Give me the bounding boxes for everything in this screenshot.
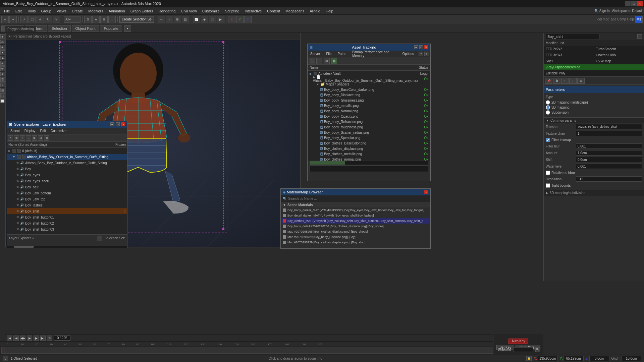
- menu-graph-editors[interactable]: Graph Editors: [128, 8, 156, 14]
- lock-button[interactable]: 🔒: [526, 356, 532, 361]
- at-map-11[interactable]: 🖼Boy_clothes_BaseColor.png Ok: [308, 140, 430, 146]
- mod-turbosmooth[interactable]: TurboSmooth: [594, 46, 644, 52]
- minimize-button[interactable]: ─: [625, 1, 631, 6]
- se-item-boy-shirt-btn03[interactable]: 👁🔊 Boy_shirt_button03: [7, 226, 127, 232]
- menu-customize[interactable]: Customize: [200, 8, 222, 14]
- se-minimize-button[interactable]: ─: [110, 122, 114, 126]
- at-map-14[interactable]: 🖼Boy_clothes_normal.png Ok: [308, 157, 430, 161]
- menu-rendering[interactable]: Rendering: [156, 8, 178, 14]
- timeline-track[interactable]: [1, 347, 542, 354]
- tl-play-button[interactable]: ▶: [27, 336, 32, 341]
- mat-browser-title-bar[interactable]: ◈ Material/Map Browser ✕: [281, 189, 430, 195]
- mod-vray-disp[interactable]: vRayDisplacementMod: [544, 64, 644, 70]
- y-axis[interactable]: Y: [236, 16, 244, 23]
- at-map-6[interactable]: 🖼Boy_body_Opacity.png Ok: [308, 114, 430, 119]
- at-view-btn4[interactable]: ▦: [331, 58, 337, 64]
- se-filter-button[interactable]: ✕: [8, 135, 13, 141]
- mod-unwrap[interactable]: Unwrap UVW: [594, 52, 644, 58]
- select-object-button[interactable]: ↗: [20, 16, 28, 23]
- maximize-button[interactable]: □: [631, 1, 637, 6]
- frame-display[interactable]: 0 / 225: [54, 336, 70, 341]
- mb-item-1[interactable]: Boy_body_darker_MAT (VRayFastSSS2) [Boy,…: [281, 207, 430, 213]
- toggle-scene-explorer[interactable]: ⊞: [174, 16, 181, 23]
- render-button[interactable]: ▶: [217, 16, 224, 23]
- scale-button[interactable]: ⤡: [53, 16, 60, 23]
- menu-animation[interactable]: Animation: [106, 8, 128, 14]
- at-view-btn1[interactable]: ⬛: [309, 58, 315, 64]
- mat-browser-close-button[interactable]: ✕: [424, 190, 428, 194]
- z-axis[interactable]: Z: [244, 16, 252, 23]
- mod-trash[interactable]: 🗑: [553, 78, 560, 84]
- left-icon-4[interactable]: ✦: [0, 50, 5, 55]
- se-item-boy[interactable]: 👁🔊 Boy: [7, 166, 127, 172]
- mb-item-3[interactable]: Boy_clothes_MAT (VRayMtl) [Boy_hair,Boy_…: [281, 218, 430, 224]
- se-options-button[interactable]: ☰: [44, 135, 49, 141]
- ms-button[interactable]: MS: [635, 16, 643, 23]
- object-name-input[interactable]: [546, 34, 599, 39]
- tl-next-key-button[interactable]: ▶: [34, 336, 39, 341]
- menu-edit[interactable]: Edit: [13, 8, 24, 14]
- param-radio-2d[interactable]: 2D mapping (landscape): [546, 100, 642, 105]
- tab-populate[interactable]: Populate: [100, 25, 122, 32]
- mirror-button[interactable]: ⇿: [158, 16, 165, 23]
- vray-logo[interactable]: V: [3, 356, 8, 361]
- asset-tracking-path[interactable]: [310, 165, 428, 172]
- at-menu-paths[interactable]: Paths: [336, 52, 348, 56]
- se-delete-button[interactable]: -: [26, 135, 31, 141]
- menu-tools[interactable]: Tools: [24, 8, 39, 14]
- menu-interactive[interactable]: Interactive: [242, 8, 265, 14]
- se-footer-icon1[interactable]: ☰: [97, 236, 102, 241]
- menu-file[interactable]: File: [1, 8, 13, 14]
- at-help-button[interactable]: ?: [419, 52, 423, 56]
- close-button[interactable]: ✕: [637, 1, 643, 6]
- at-menu-server[interactable]: Server: [309, 52, 321, 56]
- at-map-10[interactable]: 🖼Boy_body_Specular.png Ok: [308, 135, 430, 140]
- create-selection-button[interactable]: Create Selection Se: [119, 16, 154, 23]
- auto-key-button[interactable]: Auto Key: [508, 339, 528, 344]
- asset-tracking-content[interactable]: ▶⬛Autodesk Vault Loggi ▶📄African_Baby_Bo…: [308, 71, 430, 161]
- select-region-button[interactable]: ⬚: [29, 16, 36, 23]
- se-expand-button[interactable]: ▶: [32, 135, 37, 141]
- se-menu-select[interactable]: Select: [8, 129, 22, 133]
- left-icon-3[interactable]: ⊞: [0, 45, 5, 50]
- at-view-btn2[interactable]: ☰: [316, 58, 322, 64]
- menu-views[interactable]: Views: [54, 8, 69, 14]
- mod-ffd2x2[interactable]: FFD 2x2x2: [544, 46, 594, 52]
- at-map-12[interactable]: 🖼Boy_clothes_displace.png Ok: [308, 146, 430, 151]
- mod-uvwmap[interactable]: UVW Map: [594, 58, 644, 64]
- at-map-13[interactable]: 🖼Boy_clothes_metallic.png Ok: [308, 151, 430, 157]
- mod-editable-poly[interactable]: Editable Poly: [544, 70, 644, 76]
- curve-editor-button[interactable]: 📈: [193, 16, 200, 23]
- se-item-boy-jaw-bottom[interactable]: 👁🔊 Boy_Jaw_bottom: [7, 190, 127, 196]
- mb-item-7[interactable]: Map #2070298739 [Boy_clothes_displace.pn…: [281, 240, 430, 245]
- scene-explorer-content[interactable]: ▶ ⬛ ⬛ 0 (default) ▼ ⬛ ⬛ African_Baby_Boy…: [7, 148, 127, 234]
- tl-end-button[interactable]: ▶|: [40, 336, 46, 341]
- se-close-button[interactable]: ✕: [121, 122, 125, 126]
- at-menu-options[interactable]: Options: [401, 52, 415, 56]
- percent-snap-button[interactable]: %: [100, 16, 108, 23]
- menu-civil-view[interactable]: Civil View: [178, 8, 199, 14]
- at-minimize-button[interactable]: ─: [414, 45, 418, 49]
- tl-loop-button[interactable]: ↻: [47, 336, 52, 341]
- mod-ffd3x3[interactable]: FFD 3x3x3: [544, 52, 594, 58]
- se-scrollbar[interactable]: [7, 246, 127, 248]
- left-icon-5[interactable]: ◈: [0, 56, 5, 60]
- scene-explorer-title-bar[interactable]: ⊞ Scene Explorer - Layer Explorer ─ □ ✕: [7, 121, 127, 128]
- mod-up[interactable]: ↑: [561, 78, 569, 84]
- mb-item-6[interactable]: Map #2070298729 [Boy_body_Displace.png] …: [281, 234, 430, 240]
- mb-item-5[interactable]: Map #2070298266 [Boy_clothes_displace.pn…: [281, 229, 430, 234]
- at-menu-file[interactable]: File: [325, 52, 333, 56]
- se-layer-default[interactable]: ▶ ⬛ ⬛ 0 (default): [7, 148, 127, 154]
- at-map-1[interactable]: 🖼Boy_body_BaseColor_darker.png Ok: [308, 87, 430, 92]
- at-map-2[interactable]: 🖼Boy_body_Displace.png Ok: [308, 92, 430, 98]
- se-sort-button[interactable]: ⊞: [14, 135, 19, 141]
- menu-content[interactable]: Content: [264, 8, 283, 14]
- at-map-4[interactable]: 🖼Boy_body_metallic.png Ok: [308, 103, 430, 108]
- left-icon-1[interactable]: ⊕: [0, 34, 5, 39]
- tab-object-paint[interactable]: Object Paint: [72, 25, 99, 32]
- move-button[interactable]: ✛: [37, 16, 44, 23]
- param-relative-bbox[interactable]: Relative to bbox: [544, 170, 644, 176]
- mod-add-pin[interactable]: 📌: [545, 78, 552, 84]
- left-icon-7[interactable]: ⟳: [0, 66, 5, 71]
- at-close-button[interactable]: ✕: [424, 45, 428, 49]
